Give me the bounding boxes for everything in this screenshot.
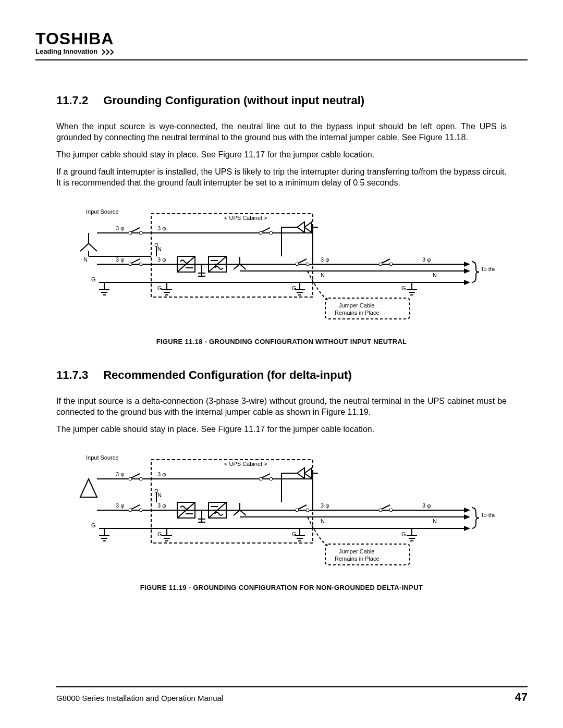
manual-title: G8000 Series Installation and Operation … <box>56 694 223 702</box>
svg-text:G: G <box>91 522 96 528</box>
svg-text:3 φ: 3 φ <box>321 256 329 263</box>
figure-11-18: .l{stroke:#000;stroke-width:2;fill:none}… <box>68 204 495 324</box>
svg-point-90 <box>270 477 273 480</box>
section-11-7-3-p1: If the input source is a delta-connectio… <box>56 396 507 417</box>
figure-11-19-caption: FIGURE 11.19 - GROUNDING CONFIGURATION F… <box>56 584 507 591</box>
svg-text:3 φ: 3 φ <box>422 502 431 509</box>
svg-text:N: N <box>157 246 162 252</box>
svg-point-33 <box>389 263 393 266</box>
content: 11.7.2 Grounding Configuration (without … <box>35 60 528 591</box>
page-footer: G8000 Series Installation and Operation … <box>56 686 528 704</box>
svg-line-48 <box>240 264 246 269</box>
svg-point-27 <box>139 263 142 266</box>
svg-line-3 <box>80 243 89 251</box>
svg-text:3 φ: 3 φ <box>116 225 124 231</box>
section-11-7-2-p3: If a ground fault interrupter is install… <box>56 166 507 188</box>
svg-text:3 φ: 3 φ <box>157 256 166 263</box>
svg-text:N: N <box>83 256 88 263</box>
svg-rect-84 <box>151 460 313 543</box>
brand-tagline: Leading Innovation <box>35 47 528 55</box>
page-number: 47 <box>515 690 528 704</box>
svg-line-31 <box>298 259 307 263</box>
svg-line-88 <box>131 474 140 478</box>
svg-line-110 <box>382 505 390 509</box>
svg-marker-57 <box>464 280 470 285</box>
brand-tagline-text: Leading Innovation <box>35 47 97 55</box>
svg-text:< UPS Cabinet >: < UPS Cabinet > <box>224 461 267 467</box>
figure-11-18-caption: FIGURE 11.18 - GROUNDING CONFIGURATION W… <box>56 338 507 346</box>
svg-text:3 φ: 3 φ <box>157 471 166 477</box>
svg-rect-5 <box>151 214 313 297</box>
svg-text:Jumper Cable: Jumper Cable <box>339 548 374 554</box>
svg-text:G: G <box>292 531 297 537</box>
svg-marker-129 <box>464 514 470 520</box>
svg-line-34 <box>382 259 390 263</box>
svg-text:To the Load: To the Load <box>481 266 495 272</box>
svg-marker-53 <box>464 268 470 274</box>
svg-text:Input Source: Input Source <box>86 454 118 461</box>
svg-marker-83 <box>80 479 97 497</box>
chevrons-icon <box>102 50 119 55</box>
svg-text:N: N <box>321 272 325 278</box>
svg-text:Jumper Cable: Jumper Cable <box>339 302 374 309</box>
svg-text:N: N <box>157 492 162 498</box>
svg-text:G: G <box>157 531 162 537</box>
section-number: 11.7.2 <box>56 94 100 107</box>
svg-text:3 φ: 3 φ <box>157 225 166 231</box>
brand-name: TOSHIBA <box>35 29 528 48</box>
svg-text:3 φ: 3 φ <box>116 502 124 509</box>
svg-marker-25 <box>464 262 470 267</box>
svg-line-124 <box>240 510 246 515</box>
svg-text:3 φ: 3 φ <box>321 502 329 509</box>
svg-text:3 φ: 3 φ <box>116 471 124 477</box>
svg-text:Remains in Place: Remains in Place <box>335 310 380 316</box>
svg-line-28 <box>131 259 140 263</box>
svg-text:Remains in Place: Remains in Place <box>335 556 380 562</box>
document-page: TOSHIBA Leading Innovation 11.7.2 Ground… <box>0 0 563 728</box>
svg-point-30 <box>306 263 309 266</box>
svg-point-103 <box>139 509 142 512</box>
svg-text:Input Source: Input Source <box>86 208 118 215</box>
section-11-7-2-p1: When the input source is wye-connected, … <box>56 121 507 143</box>
svg-text:3 φ: 3 φ <box>116 256 124 263</box>
svg-point-106 <box>306 509 309 512</box>
section-11-7-2-heading: 11.7.2 Grounding Configuration (without … <box>56 94 507 107</box>
svg-point-23 <box>155 243 158 246</box>
svg-text:To the Load: To the Load <box>481 512 495 518</box>
figure-11-19: .l{stroke:#000;stroke-width:2;fill:none}… <box>68 450 495 570</box>
section-title: Grounding Configuration (without input n… <box>103 94 364 107</box>
svg-text:G: G <box>401 531 406 537</box>
svg-line-91 <box>262 474 270 478</box>
svg-point-11 <box>270 231 273 235</box>
svg-line-107 <box>298 505 307 509</box>
footer-rule <box>56 686 528 687</box>
svg-text:3 φ: 3 φ <box>157 502 166 509</box>
section-11-7-3-heading: 11.7.3 Recommended Configuration (for de… <box>56 368 507 382</box>
svg-line-12 <box>262 228 270 232</box>
svg-point-99 <box>155 489 158 492</box>
svg-line-104 <box>131 505 140 509</box>
svg-line-4 <box>89 243 97 251</box>
svg-text:N: N <box>433 272 437 278</box>
section-number: 11.7.3 <box>56 368 100 382</box>
grounding-diagram-delta-icon: .l{stroke:#000;stroke-width:2;fill:none}… <box>68 450 495 570</box>
svg-line-9 <box>131 228 140 232</box>
svg-text:N: N <box>321 518 325 524</box>
svg-line-47 <box>234 264 240 269</box>
svg-text:< UPS Cabinet >: < UPS Cabinet > <box>224 215 267 221</box>
svg-point-87 <box>139 477 142 480</box>
svg-text:N: N <box>433 518 437 524</box>
svg-point-109 <box>389 509 393 512</box>
svg-marker-133 <box>464 526 470 531</box>
svg-marker-101 <box>464 508 470 513</box>
svg-line-123 <box>234 510 240 515</box>
svg-text:G: G <box>91 276 96 282</box>
svg-text:G: G <box>292 285 297 291</box>
svg-text:3 φ: 3 φ <box>422 256 431 263</box>
svg-point-8 <box>139 231 142 235</box>
svg-text:G: G <box>401 285 406 291</box>
section-11-7-2-p2: The jumper cable should stay in place. S… <box>56 149 507 160</box>
section-title: Recommended Configuration (for delta-inp… <box>103 368 352 381</box>
grounding-diagram-wye-icon: .l{stroke:#000;stroke-width:2;fill:none}… <box>68 204 495 324</box>
section-11-7-3-p2: The jumper cable should stay in place. S… <box>56 424 507 435</box>
